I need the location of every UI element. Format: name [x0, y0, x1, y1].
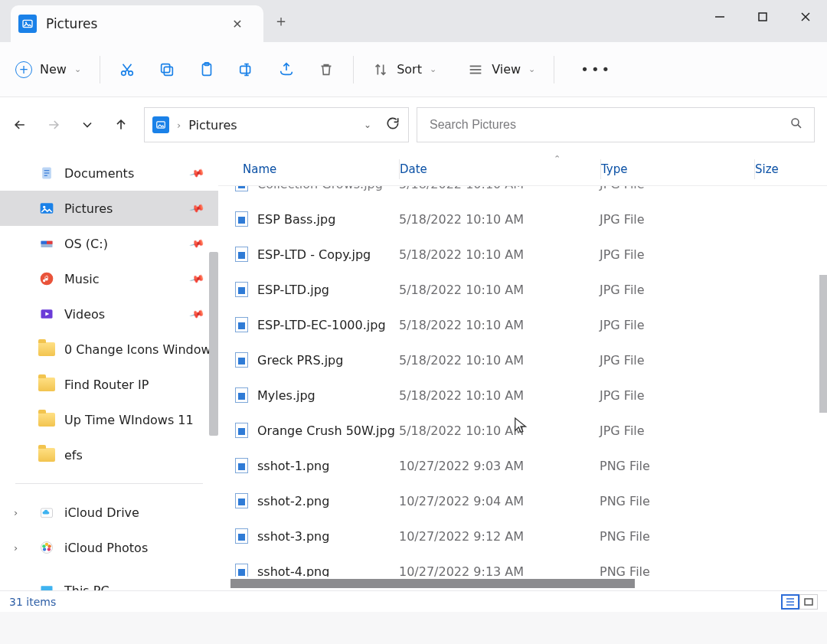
- pin-icon: 📌: [188, 165, 204, 181]
- tab-pictures[interactable]: Pictures ✕: [11, 5, 263, 42]
- sidebar-item[interactable]: Videos📌: [0, 296, 218, 332]
- column-date[interactable]: Date: [400, 162, 600, 176]
- horizontal-scrollbar[interactable]: [218, 577, 827, 590]
- sidebar-item[interactable]: OS (C:)📌: [0, 226, 218, 261]
- sidebar-item[interactable]: Find Router IP: [0, 367, 218, 402]
- search-icon[interactable]: [789, 116, 803, 133]
- chevron-right-icon[interactable]: ›: [14, 542, 18, 554]
- sidebar-item-label: This PC: [64, 584, 110, 591]
- sidebar-item[interactable]: efs: [0, 437, 218, 472]
- file-date: 5/18/2022 10:10 AM: [399, 186, 600, 191]
- file-type: JPG File: [600, 423, 753, 438]
- more-button[interactable]: •••: [573, 61, 619, 77]
- refresh-button[interactable]: [385, 116, 400, 134]
- table-row[interactable]: ESP-LTD.jpg5/18/2022 10:10 AMJPG File: [218, 272, 827, 307]
- copy-icon[interactable]: [159, 61, 175, 78]
- documents-icon: [38, 165, 55, 181]
- table-row[interactable]: sshot-3.png10/27/2022 9:12 AMPNG File: [218, 518, 827, 554]
- file-type: PNG File: [600, 494, 753, 508]
- file-name: ESP-LTD.jpg: [257, 283, 329, 297]
- svg-point-17: [792, 119, 799, 126]
- column-name[interactable]: Name: [218, 162, 399, 176]
- file-name: sshot-4.png: [257, 564, 329, 577]
- up-button[interactable]: [113, 117, 129, 132]
- chevron-down-icon[interactable]: ⌄: [14, 585, 22, 591]
- sidebar-item-thispc[interactable]: ⌄This PC: [0, 573, 218, 590]
- table-row[interactable]: sshot-1.png10/27/2022 9:03 AMPNG File: [218, 448, 827, 483]
- delete-icon[interactable]: [318, 61, 335, 78]
- table-row[interactable]: Collection Grows.jpg5/18/2022 10:10 AMJP…: [218, 186, 827, 201]
- icloud-drive-icon: [38, 504, 55, 521]
- table-row[interactable]: sshot-4.png10/27/2022 9:13 AMPNG File: [218, 554, 827, 577]
- new-tab-button[interactable]: ＋: [263, 11, 299, 31]
- table-row[interactable]: ESP Bass.jpg5/18/2022 10:10 AMJPG File: [218, 201, 827, 237]
- sidebar-item-label: iCloud Drive: [64, 505, 139, 520]
- table-row[interactable]: ESP-LTD - Copy.jpg5/18/2022 10:10 AMJPG …: [218, 237, 827, 272]
- address-dropdown[interactable]: ⌄: [364, 119, 371, 130]
- forward-button[interactable]: [46, 117, 61, 132]
- breadcrumb-separator: ›: [177, 119, 181, 131]
- search-input[interactable]: [428, 117, 789, 132]
- table-row[interactable]: Myles.jpg5/18/2022 10:10 AMJPG File: [218, 378, 827, 413]
- file-name: ESP-LTD-EC-1000.jpg: [257, 318, 386, 332]
- sidebar-item-label: Up Time WIndows 11: [64, 413, 194, 427]
- close-tab-button[interactable]: ✕: [224, 17, 251, 31]
- view-button[interactable]: View ⌄: [467, 61, 535, 78]
- vertical-scrollbar[interactable]: [819, 275, 827, 413]
- sidebar-item[interactable]: Music📌: [0, 261, 218, 296]
- minimize-button[interactable]: [698, 0, 741, 34]
- chevron-right-icon[interactable]: ›: [14, 507, 18, 518]
- recent-dropdown[interactable]: [80, 117, 95, 132]
- folder-icon: [38, 341, 55, 358]
- status-bar: 31 items: [0, 590, 827, 612]
- file-icon: [235, 423, 248, 438]
- breadcrumb-location[interactable]: Pictures: [188, 118, 356, 132]
- sidebar-item[interactable]: Pictures📌: [0, 191, 218, 226]
- file-name: ESP-LTD - Copy.jpg: [257, 247, 371, 262]
- sidebar-item[interactable]: Up Time WIndows 11: [0, 402, 218, 437]
- file-name: sshot-2.png: [257, 494, 329, 508]
- file-type: JPG File: [600, 247, 753, 262]
- pictures-icon: [18, 15, 37, 33]
- sidebar-scrollbar[interactable]: [209, 252, 218, 436]
- sidebar-item[interactable]: 0 Change Icons Windows: [0, 332, 218, 367]
- pin-icon: 📌: [188, 306, 204, 322]
- drive-icon: [38, 235, 55, 252]
- column-type[interactable]: Type: [601, 162, 754, 176]
- thumbnails-view-toggle[interactable]: [799, 594, 818, 610]
- svg-rect-26: [41, 241, 47, 244]
- sort-button[interactable]: Sort ⌄: [372, 61, 436, 78]
- back-button[interactable]: [12, 117, 28, 132]
- maximize-button[interactable]: [741, 0, 784, 34]
- new-button[interactable]: + New ⌄: [15, 61, 81, 78]
- file-date: 10/27/2022 9:13 AM: [399, 564, 600, 577]
- paste-icon[interactable]: [198, 61, 215, 78]
- share-icon[interactable]: [278, 61, 295, 78]
- search-box[interactable]: [417, 107, 815, 142]
- sidebar-item[interactable]: ›iCloud Photos: [0, 530, 218, 565]
- sidebar-item[interactable]: ›iCloud Drive: [0, 495, 218, 530]
- table-row[interactable]: sshot-2.png10/27/2022 9:04 AMPNG File: [218, 483, 827, 518]
- address-bar[interactable]: › Pictures ⌄: [144, 107, 409, 142]
- rename-icon[interactable]: [238, 61, 255, 78]
- sidebar: Documents📌Pictures📌OS (C:)📌Music📌Videos📌…: [0, 152, 218, 590]
- file-type: PNG File: [600, 564, 753, 577]
- close-window-button[interactable]: [784, 0, 827, 34]
- svg-rect-3: [759, 13, 767, 21]
- file-name: sshot-3.png: [257, 529, 329, 544]
- sidebar-item-label: Videos: [64, 307, 105, 322]
- table-row[interactable]: Orange Crush 50W.jpg5/18/2022 10:10 AMJP…: [218, 413, 827, 448]
- file-icon: [235, 186, 248, 191]
- table-row[interactable]: ESP-LTD-EC-1000.jpg5/18/2022 10:10 AMJPG…: [218, 307, 827, 342]
- details-view-toggle[interactable]: [781, 594, 799, 610]
- file-icon: [235, 352, 248, 368]
- file-date: 5/18/2022 10:10 AM: [399, 423, 600, 438]
- file-name: Collection Grows.jpg: [257, 186, 383, 191]
- column-size[interactable]: Size: [755, 162, 827, 176]
- titlebar: Pictures ✕ ＋: [0, 0, 827, 42]
- pin-icon: 📌: [188, 201, 204, 217]
- cut-icon[interactable]: [119, 61, 136, 78]
- table-row[interactable]: Greck PRS.jpg5/18/2022 10:10 AMJPG File: [218, 342, 827, 378]
- sidebar-item[interactable]: Documents📌: [0, 155, 218, 191]
- sidebar-item-label: efs: [64, 448, 83, 463]
